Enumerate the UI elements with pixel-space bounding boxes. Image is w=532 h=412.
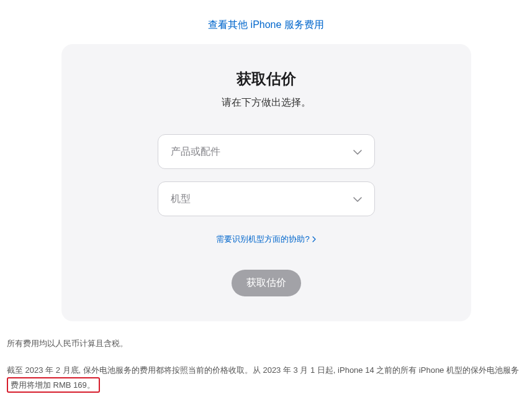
product-select-wrap: 产品或配件 bbox=[158, 134, 375, 169]
footer-note-2: 截至 2023 年 2 月底, 保外电池服务的费用都将按照当前的价格收取。从 2… bbox=[7, 363, 525, 393]
help-link-text: 需要识别机型方面的协助? bbox=[216, 234, 309, 245]
model-select-placeholder: 机型 bbox=[171, 193, 191, 206]
chevron-right-icon bbox=[312, 236, 316, 242]
product-select[interactable]: 产品或配件 bbox=[158, 134, 375, 169]
footer-note-1: 所有费用均以人民币计算且含税。 bbox=[7, 336, 525, 352]
get-estimate-button[interactable]: 获取估价 bbox=[232, 270, 301, 296]
chevron-down-icon bbox=[353, 193, 362, 204]
model-select-wrap: 机型 bbox=[158, 181, 375, 216]
card-subtitle: 请在下方做出选择。 bbox=[99, 96, 434, 109]
price-increase-highlight: 费用将增加 RMB 169。 bbox=[7, 377, 100, 393]
other-service-link[interactable]: 查看其他 iPhone 服务费用 bbox=[208, 19, 324, 30]
footer-notes: 所有费用均以人民币计算且含税。 截至 2023 年 2 月底, 保外电池服务的费… bbox=[0, 321, 532, 393]
chevron-down-icon bbox=[353, 146, 362, 157]
estimate-card: 获取估价 请在下方做出选择。 产品或配件 机型 需要识别机型方面的协助? 获取估… bbox=[61, 44, 471, 321]
product-select-placeholder: 产品或配件 bbox=[171, 145, 220, 158]
top-link-container: 查看其他 iPhone 服务费用 bbox=[0, 0, 532, 44]
footer-note-2-text: 截至 2023 年 2 月底, 保外电池服务的费用都将按照当前的价格收取。从 2… bbox=[7, 365, 519, 375]
button-row: 获取估价 bbox=[99, 270, 434, 296]
help-identify-link[interactable]: 需要识别机型方面的协助? bbox=[216, 234, 315, 245]
card-title: 获取估价 bbox=[99, 69, 434, 89]
model-select[interactable]: 机型 bbox=[158, 181, 375, 216]
